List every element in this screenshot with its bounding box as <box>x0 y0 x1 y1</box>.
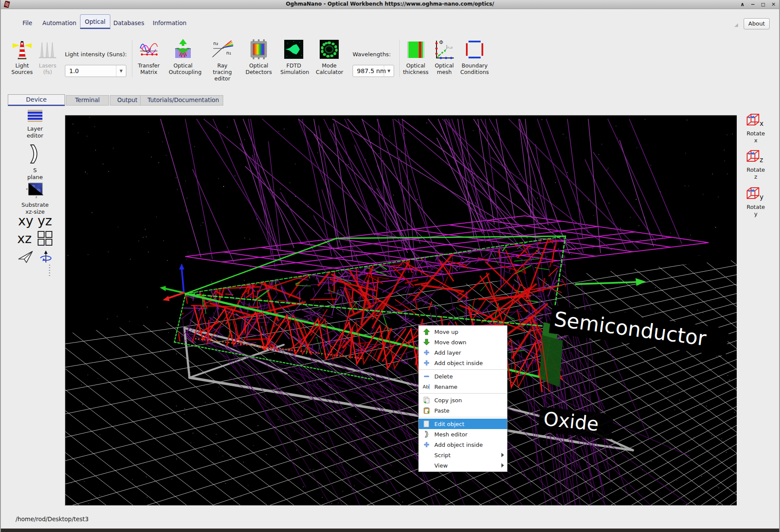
rollup-icon[interactable]: ∧ <box>740 0 745 8</box>
plus-icon <box>423 441 430 448</box>
detector-chip-icon <box>248 39 269 61</box>
svg-text:Φ: Φ <box>439 39 443 45</box>
move-up-icon <box>423 328 430 335</box>
menu-item-view[interactable]: View <box>419 460 507 471</box>
view-fly-rotate-buttons[interactable] <box>5 250 65 264</box>
svg-text:n₁: n₁ <box>226 50 231 56</box>
mode-rings-icon <box>319 39 340 61</box>
boundary-box-icon <box>464 39 485 61</box>
menu-item-move-down[interactable]: Move down <box>419 337 507 347</box>
light-sources-button[interactable]: LightSources <box>9 39 35 75</box>
light-intensity-select[interactable]: 1.0 ▼ <box>65 65 126 77</box>
layer-stack-icon <box>26 109 44 122</box>
laser-pulses-icon <box>38 39 57 61</box>
svg-text:n₂: n₂ <box>213 41 218 46</box>
menu-automation[interactable]: Automation <box>39 17 80 29</box>
substrate-xz-size-button[interactable]: xz Substratexz-size <box>5 182 65 215</box>
menu-item-move-up[interactable]: Move up <box>419 327 507 337</box>
optical-outcoupling-button[interactable]: OpticalOutcoupling <box>169 39 197 75</box>
tab-terminal[interactable]: Terminal <box>66 95 109 106</box>
menu-item-add-object-inside-2[interactable]: Add object inside <box>419 439 507 450</box>
wavelengths-select[interactable]: 987.5 nm ▼ <box>353 65 394 77</box>
orbit-rotate-icon <box>39 250 52 264</box>
svg-text:z: z <box>35 195 37 199</box>
window-bottom-edge <box>1 529 779 532</box>
minus-icon <box>423 373 430 380</box>
ray-tracing-editor-button[interactable]: n₂ n₁ Ray tracingeditor <box>207 39 238 82</box>
plus-icon <box>423 359 430 366</box>
pane-splitter[interactable] <box>49 265 50 277</box>
mode-calculator-button[interactable]: ModeCalculator <box>316 39 343 75</box>
menu-item-script[interactable]: Script <box>419 450 507 460</box>
sidebar: Layereditor Splane xz Substratexz-size x… <box>5 106 65 508</box>
view-xy-yz-buttons[interactable]: xy yz <box>5 213 65 228</box>
menu-item-mesh-editor[interactable]: Mesh editor <box>419 429 507 439</box>
maximize-icon[interactable]: ◻ <box>761 0 765 8</box>
svg-text:x: x <box>26 187 28 191</box>
menu-item-paste[interactable]: Paste <box>419 405 507 416</box>
close-icon[interactable]: ✕ <box>771 0 776 8</box>
menu-item-edit-object[interactable]: Edit object <box>419 419 507 429</box>
statusbar: /home/rod/Desktop/test3 <box>1 510 779 529</box>
svg-text:y: y <box>760 193 764 201</box>
fdtd-pulse-icon <box>283 39 304 61</box>
rotate-x-button[interactable]: x Rotatex <box>737 113 775 144</box>
notebook-tabs: Device structure Terminal Output Tutoria… <box>1 94 779 106</box>
rotate-y-button[interactable]: y Rotatey <box>737 186 775 218</box>
svg-text:x: x <box>760 120 764 128</box>
submenu-arrow-icon <box>501 453 504 457</box>
menu-file[interactable]: File <box>19 17 36 29</box>
3d-scene: SemiconductorOxide <box>65 115 737 505</box>
tab-output[interactable]: Output <box>110 95 141 106</box>
light-intensity-label: Light intensity (Suns): <box>65 51 127 58</box>
menu-item-add-layer[interactable]: Add layer <box>419 347 507 358</box>
about-button[interactable]: About <box>744 18 770 29</box>
optical-detectors-button[interactable]: OpticalDetectors <box>245 39 272 75</box>
optical-mesh-button[interactable]: Φ Jₙ,ₚ Opticalmesh <box>432 39 457 75</box>
transfer-matrix-icon <box>138 39 159 61</box>
four-views-icon <box>37 231 53 246</box>
transfer-matrix-button[interactable]: TransferMatrix <box>137 39 160 75</box>
plus-icon <box>423 349 430 356</box>
layer-editor-button[interactable]: Layereditor <box>5 109 65 139</box>
menu-item-copy-json[interactable]: Copy json <box>419 395 507 405</box>
minimize-icon[interactable]: − <box>751 0 755 8</box>
move-down-icon <box>423 339 430 346</box>
app-window: OghmaNano - Optical Workbench https://ww… <box>0 0 780 532</box>
tab-device-structure[interactable]: Device structure <box>8 94 65 106</box>
boundary-conditions-button[interactable]: BoundaryConditions <box>459 39 491 75</box>
rotate-z-button[interactable]: z Rotatez <box>737 149 775 180</box>
menubar: File Automation Optical Databases Inform… <box>1 9 779 33</box>
menu-item-rename[interactable]: Ab Rename <box>419 381 507 392</box>
rotate-cube-icon: y <box>745 186 766 202</box>
s-plane-button[interactable]: Splane <box>5 144 65 181</box>
refraction-icon: n₂ n₁ <box>211 39 234 61</box>
substrate-image-icon: xz <box>26 182 45 199</box>
paper-plane-icon <box>18 250 34 264</box>
menu-databases[interactable]: Databases <box>110 17 148 29</box>
mesh-axes-icon: Φ Jₙ,ₚ <box>433 39 456 61</box>
view-xz-grid-buttons[interactable]: xz <box>5 231 65 246</box>
titlebar[interactable]: OghmaNano - Optical Workbench https://ww… <box>1 0 779 9</box>
rotate-cube-icon: x <box>745 113 766 128</box>
chevron-down-icon: ▼ <box>384 65 394 77</box>
wavelengths-label: Wavelengths: <box>353 51 391 58</box>
outcoupling-icon <box>173 39 193 61</box>
3d-viewport[interactable]: SemiconductorOxide <box>65 115 737 506</box>
menu-optical[interactable]: Optical <box>80 14 110 29</box>
resize-grip-icon: ◢ <box>735 22 738 28</box>
edit-object-icon <box>423 420 430 427</box>
chevron-down-icon: ▼ <box>116 65 126 77</box>
thickness-layers-icon <box>405 39 426 61</box>
current-path: /home/rod/Desktop/test3 <box>16 516 89 522</box>
menu-item-add-object-inside[interactable]: Add object inside <box>419 358 507 368</box>
tab-tutorials[interactable]: Tutorials/Documentation <box>140 95 223 106</box>
rotate-toolbar: x Rotatex z Rotatez <box>737 106 780 508</box>
svg-text:Ab: Ab <box>423 384 429 390</box>
fdtd-simulation-button[interactable]: FDTDSimulation <box>280 39 307 75</box>
optical-thickness-button[interactable]: Opticalthickness <box>402 39 429 75</box>
submenu-arrow-icon <box>501 463 504 468</box>
menu-information[interactable]: Information <box>149 17 190 29</box>
menu-item-delete[interactable]: Delete <box>419 371 507 381</box>
svg-text:Jₙ,ₚ: Jₙ,ₚ <box>446 44 453 50</box>
